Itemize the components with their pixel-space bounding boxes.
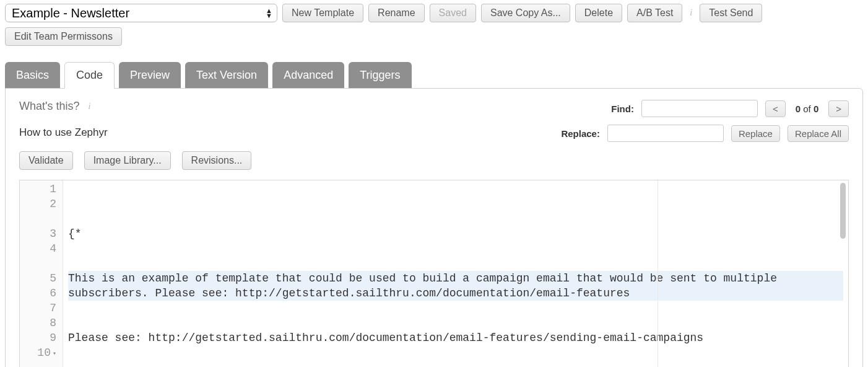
find-label: Find: [584, 104, 634, 114]
line-number [31, 211, 56, 226]
line-number: 4 [31, 241, 56, 256]
line-number: 8 [31, 316, 56, 330]
tab-basics[interactable]: Basics [5, 62, 60, 89]
rename-button[interactable]: Rename [368, 4, 424, 22]
replace-button[interactable]: Replace [731, 125, 780, 142]
validate-button[interactable]: Validate [19, 151, 73, 170]
info-icon[interactable]: i [687, 8, 695, 18]
template-select[interactable]: Example - Newsletter [5, 4, 277, 22]
code-line: Please see: http://getstarted.sailthru.c… [68, 330, 843, 345]
find-replace: Find: < 0 of 0 > Replace: Replace Replac… [550, 100, 849, 151]
line-number: 9 [31, 330, 56, 345]
code-panel: What's this? i How to use Zephyr Find: <… [5, 88, 863, 367]
new-template-button[interactable]: New Template [282, 4, 363, 22]
replace-input[interactable] [607, 125, 724, 142]
image-library-button[interactable]: Image Library... [84, 151, 171, 170]
replace-label: Replace: [550, 128, 600, 139]
replace-all-button[interactable]: Replace All [788, 125, 849, 142]
line-number: 1 [31, 182, 56, 197]
top-toolbar: Example - Newsletter ▲▼ New Template Ren… [0, 0, 868, 25]
code-area[interactable]: {* This is an example of template that c… [63, 180, 848, 367]
wrap-ruler [658, 180, 658, 367]
panel-top: What's this? i How to use Zephyr Find: <… [19, 100, 849, 151]
code-action-row: Validate Image Library... Revisions... [19, 151, 849, 170]
save-copy-as-button[interactable]: Save Copy As... [481, 4, 570, 22]
tab-text-version[interactable]: Text Version [185, 62, 268, 89]
edit-team-permissions-button[interactable]: Edit Team Permissons [5, 27, 122, 46]
delete-button[interactable]: Delete [575, 4, 622, 22]
whats-this-link[interactable]: What's this? [19, 100, 79, 113]
line-gutter: 1 2 3 4 5 6 7 8 9 10 [20, 180, 63, 367]
test-send-button[interactable]: Test Send [700, 4, 762, 22]
tab-bar: Basics Code Preview Text Version Advance… [0, 50, 868, 89]
find-input[interactable] [641, 100, 758, 117]
zephyr-link[interactable]: How to use Zephyr [19, 126, 108, 138]
tab-triggers[interactable]: Triggers [349, 62, 411, 89]
revisions-button[interactable]: Revisions... [182, 151, 252, 170]
line-number: 7 [31, 301, 56, 316]
tab-advanced[interactable]: Advanced [272, 62, 344, 89]
code-line: This is an example of template that coul… [68, 271, 843, 301]
help-links: What's this? i How to use Zephyr [19, 100, 108, 151]
info-icon[interactable]: i [85, 102, 93, 112]
tab-code[interactable]: Code [64, 62, 115, 89]
saved-button[interactable]: Saved [430, 4, 476, 22]
line-number: 2 [31, 197, 56, 211]
find-prev-button[interactable]: < [765, 100, 786, 117]
line-number: 5 [31, 271, 56, 286]
scrollbar-thumb[interactable] [840, 183, 846, 239]
line-number [31, 256, 56, 271]
ab-test-button[interactable]: A/B Test [627, 4, 682, 22]
line-number: 3 [31, 226, 56, 241]
secondary-toolbar: Edit Team Permissons [0, 25, 868, 50]
code-line: {* [68, 226, 843, 241]
line-number: 10 [31, 345, 56, 360]
tab-preview[interactable]: Preview [119, 62, 181, 89]
find-next-button[interactable]: > [828, 100, 849, 117]
line-number: 6 [31, 286, 56, 301]
code-editor[interactable]: 1 2 3 4 5 6 7 8 9 10 {* This is an examp… [19, 180, 849, 367]
template-select-wrap: Example - Newsletter ▲▼ [5, 4, 277, 22]
find-count: 0 of 0 [793, 104, 822, 114]
